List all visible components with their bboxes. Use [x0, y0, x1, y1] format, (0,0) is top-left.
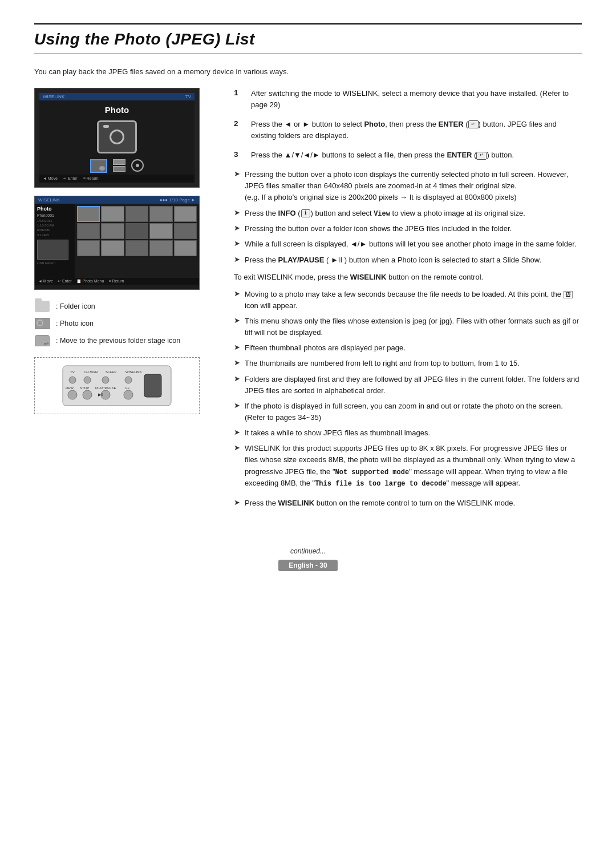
folder-label: : Folder icon [56, 302, 95, 310]
arrow-points-section: ➤ Pressing the button over a photo icon … [234, 169, 582, 265]
intro-text: You can play back the JPEG files saved o… [34, 66, 582, 78]
svg-point-15 [83, 390, 92, 399]
remote-control-box: TV CH MGR SLEEP WISELINK REW STOP PLAY/P… [34, 357, 200, 414]
left-column: WISELINK TV Photo [34, 88, 217, 513]
tv-label-top: TV [185, 94, 191, 99]
thumb-12 [101, 240, 124, 256]
bullet-text-6: If the photo is displayed in full screen… [245, 401, 582, 423]
photo-label-bottom: Photo [37, 206, 72, 212]
remote-svg: TV CH MGR SLEEP WISELINK REW STOP PLAY/P… [60, 363, 174, 409]
thumb-6 [77, 223, 100, 239]
thumb-2 [101, 206, 124, 222]
arrow-point-1: ➤ Pressing the button over a photo icon … [234, 169, 582, 203]
svg-text:CH MGR: CH MGR [84, 370, 98, 374]
thumb-8 [125, 223, 148, 239]
svg-text:PLAY/PAUSE: PLAY/PAUSE [95, 386, 116, 390]
step-2-text: Press the ◄ or ► button to select Photo,… [251, 119, 582, 141]
arrow-text-4: While a full screen is displayed, ◄/► bu… [245, 238, 576, 250]
wiselink-label-bottom: WISELINK [38, 197, 60, 203]
disc-icon [131, 159, 144, 172]
thumb-13 [125, 240, 148, 256]
sidebar-filename: Photo001 [37, 213, 72, 217]
folder-icon-shape [35, 301, 50, 312]
right-column: 1 After switching the mode to WISELINK, … [234, 88, 582, 513]
arrow-text-3: Pressing the button over a folder icon s… [245, 223, 512, 234]
screenshot-thumbs-bar: WISELINK ●●● 1/10 Page ► [35, 196, 199, 204]
svg-point-7 [102, 377, 109, 383]
legend-folder: : Folder icon [34, 300, 217, 313]
thumbs-content: Photo Photo001 1/18/2011 1:10:00 AM 640x… [35, 204, 199, 278]
bullet-text-7: It takes a while to show JPEG files as t… [245, 427, 430, 439]
svg-point-5 [69, 377, 76, 383]
thumbs-bottom-nav: ◄ Move ↵ Enter 📋 Photo Menu ≡ Return [35, 278, 199, 285]
svg-text:WISELINK: WISELINK [125, 370, 142, 374]
step-3-text: Press the ▲/▼/◄/► buttons to select a fi… [251, 149, 514, 161]
sidebar-info: 1/18/2011 1:10:00 AM 640x480 3.14MB [37, 219, 72, 238]
thumb-15 [174, 240, 197, 256]
thumbs-grid [75, 204, 199, 278]
bullet-8: ➤ WISELINK for this product supports JPE… [234, 443, 582, 489]
arrow-sym-5: ➤ [234, 255, 240, 264]
page-indicator: ●●● 1/10 Page ► [160, 197, 196, 203]
bullet-2: ➤ This menu shows only the files whose e… [234, 316, 582, 338]
photo-label-legend: : Photo icon [56, 320, 94, 327]
bullet-sym-7: ➤ [234, 428, 240, 436]
photo-icon-shape [35, 318, 50, 329]
legend-photo: : Photo icon [34, 317, 217, 330]
svg-text:TV: TV [70, 370, 75, 374]
thumbs-sidebar: Photo Photo001 1/18/2011 1:10:00 AM 640x… [35, 204, 75, 278]
arrow-point-2: ➤ Press the INFO (ℹ) button and select V… [234, 208, 582, 220]
photo-label-top: Photo [105, 105, 129, 115]
page-title: Using the Photo (JPEG) List [34, 30, 582, 48]
svg-text:FF: FF [125, 386, 130, 390]
screenshot-bottom-nav: ◄ Move ↵ Enter ≡ Return [39, 175, 194, 183]
move-icon [34, 334, 50, 347]
bullet-sym-5: ➤ [234, 374, 240, 383]
bullet-5: ➤ Folders are displayed first and they a… [234, 374, 582, 397]
step-1-text: After switching the mode to WISELINK, se… [251, 88, 582, 111]
svg-point-8 [125, 377, 132, 383]
bullet-1: ➤ Moving to a photo may take a few secon… [234, 289, 582, 312]
mini-icons [113, 159, 125, 173]
svg-rect-9 [144, 374, 161, 397]
icon-legend: : Folder icon : Photo icon : Move to the… [34, 300, 217, 347]
legend-move: : Move to the previous folder stage icon [34, 334, 217, 347]
move-icon-shape [35, 335, 50, 346]
arrow-point-4: ➤ While a full screen is displayed, ◄/► … [234, 238, 582, 250]
bullet-text-2: This menu shows only the files whose ext… [245, 316, 582, 338]
bullet-sym-8: ➤ [234, 443, 240, 452]
svg-text:▶II: ▶II [98, 393, 103, 397]
thumb-9 [149, 223, 172, 239]
bullet-points-section: ➤ Moving to a photo may take a few secon… [234, 289, 582, 490]
step-2-num: 2 [234, 119, 243, 128]
page-badge: English - 30 [278, 560, 337, 571]
svg-text:STOP: STOP [80, 386, 89, 390]
icon-row-top [90, 159, 144, 173]
page-title-bar: Using the Photo (JPEG) List [34, 23, 582, 54]
thumb-5 [174, 206, 197, 222]
sidebar-preview [37, 240, 68, 260]
remote-note-sym: ➤ [234, 498, 240, 507]
thumb-3 [125, 206, 148, 222]
bullet-7: ➤ It takes a while to show JPEG files as… [234, 427, 582, 439]
svg-text:REW: REW [66, 386, 74, 390]
screenshot-top-bar: WISELINK TV [39, 93, 194, 100]
bullet-text-4: The thumbnails are numbered from left to… [245, 358, 520, 369]
arrow-sym-4: ➤ [234, 239, 240, 248]
bullet-text-8: WISELINK for this product supports JPEG … [245, 443, 582, 489]
photo-icon [34, 317, 50, 330]
bullet-sym-1: ➤ [234, 289, 240, 298]
step-3-num: 3 [234, 150, 243, 159]
bullet-text-1: Moving to a photo may take a few seconds… [245, 289, 582, 312]
svg-text:SLEEP: SLEEP [106, 370, 116, 374]
thumb-11 [77, 240, 100, 256]
camera-icon-large [97, 120, 137, 153]
arrow-text-5: Press the PLAY/PAUSE ( ►II ) button when… [245, 254, 541, 266]
bullet-6: ➤ If the photo is displayed in full scre… [234, 401, 582, 423]
footer: continued... English - 30 [34, 547, 582, 571]
arrow-point-3: ➤ Pressing the button over a folder icon… [234, 223, 582, 234]
move-label: : Move to the previous folder stage icon [56, 337, 180, 345]
svg-point-14 [68, 390, 77, 399]
step-1-num: 1 [234, 88, 243, 97]
wiselink-label-top: WISELINK [43, 94, 64, 99]
